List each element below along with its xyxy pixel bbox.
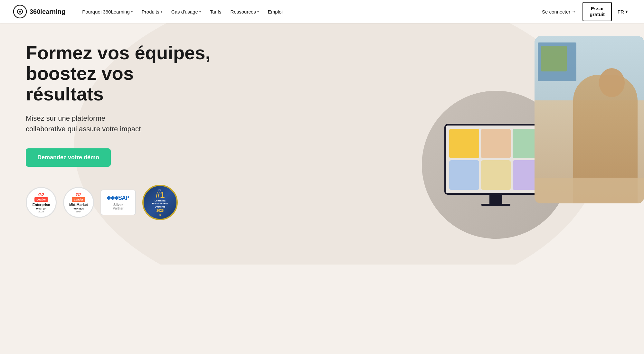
logo-link[interactable]: 360learning <box>13 5 65 19</box>
g2-midmarket-label: Mid-Market <box>69 203 88 207</box>
sap-diamonds <box>107 196 118 200</box>
g2-logo: G2 <box>38 192 44 197</box>
g2-midmarket-badge: G2 Leader Mid-Market WINTER 2024 <box>63 187 94 218</box>
sap-silver-label: Silver <box>113 203 123 207</box>
monitor-screen <box>444 124 547 195</box>
g2-logo-2: G2 <box>76 192 82 197</box>
g2-enterprise-badge: G2 Leader Enterprise WINTER 2024 <box>26 187 57 218</box>
essai-gratuit-button[interactable]: Essai gratuit <box>582 2 612 21</box>
lms-badge: #1 #1 LearningManagementSystems 2025 ★ <box>142 185 178 220</box>
person-head <box>599 68 625 97</box>
hero-images-container <box>412 30 644 248</box>
desk-surface <box>535 178 644 203</box>
lms-category: LearningManagementSystems <box>152 199 168 209</box>
nav-item-produits[interactable]: Produits ▾ <box>138 6 166 17</box>
monitor-base <box>481 204 510 206</box>
g2-enterprise-label: Enterprise <box>33 203 50 207</box>
g2-season-label: WINTER <box>36 207 46 210</box>
sap-partner-label: Partner <box>113 207 124 210</box>
hero-content: Formez vos équipes, boostez vos résultat… <box>26 42 213 220</box>
hero-person-image <box>535 36 644 203</box>
wall-art <box>541 46 567 71</box>
language-selector[interactable]: FR ▾ <box>614 6 631 17</box>
g2-leader-label-2: Leader <box>72 197 85 202</box>
svg-point-2 <box>19 11 21 13</box>
chevron-down-icon: ▾ <box>131 10 133 14</box>
chevron-down-icon: ▾ <box>257 10 259 14</box>
nav-links: Pourquoi 360Learning ▾ Produits ▾ Cas d'… <box>78 6 538 17</box>
badges-row: G2 Leader Enterprise WINTER 2024 G2 Lead… <box>26 185 213 220</box>
nav-item-ressources[interactable]: Ressources ▾ <box>227 6 263 17</box>
nav-item-tarifs[interactable]: Tarifs <box>206 6 225 17</box>
lms-rank-prefix: #1 <box>158 189 162 191</box>
arrow-right-icon: → <box>572 9 576 14</box>
hero-subtitle: Misez sur une plateforme collaborative q… <box>26 113 213 134</box>
main-nav: 360learning Pourquoi 360Learning ▾ Produ… <box>0 0 644 23</box>
nav-right: Se connecter → Essai gratuit FR ▾ <box>538 2 631 21</box>
lms-badge-content: #1 #1 LearningManagementSystems 2025 ★ <box>152 189 168 217</box>
lms-star-icon: ★ <box>159 213 162 217</box>
sap-logo: SAP <box>107 195 129 201</box>
g2-year-label: 2024 <box>38 210 44 213</box>
sap-text: SAP <box>118 195 129 201</box>
lms-number: #1 <box>156 191 165 199</box>
hero-section: Formez vos équipes, boostez vos résultat… <box>0 23 644 265</box>
lms-year: 2025 <box>156 209 164 212</box>
demo-button[interactable]: Demandez votre démo <box>26 148 111 167</box>
chevron-down-icon: ▾ <box>161 10 162 14</box>
nav-connect-button[interactable]: Se connecter → <box>538 6 580 17</box>
g2-leader-label: Leader <box>34 197 48 202</box>
monitor-stand <box>489 195 502 204</box>
logo-text: 360learning <box>30 8 65 15</box>
chevron-down-icon: ▾ <box>625 9 628 14</box>
hero-title: Formez vos équipes, boostez vos résultat… <box>26 42 213 104</box>
person-bg <box>535 36 644 203</box>
logo-icon <box>13 5 27 19</box>
nav-item-emploi[interactable]: Emploi <box>264 6 287 17</box>
nav-item-pourquoi[interactable]: Pourquoi 360Learning ▾ <box>78 6 137 17</box>
sap-partner-badge: SAP Silver Partner <box>100 190 136 215</box>
screen-grid <box>446 126 546 193</box>
nav-item-cas[interactable]: Cas d'usage ▾ <box>167 6 205 17</box>
chevron-down-icon: ▾ <box>199 10 201 14</box>
g2-season-label-2: WINTER <box>73 207 84 210</box>
g2-year-label-2: 2024 <box>76 210 81 213</box>
